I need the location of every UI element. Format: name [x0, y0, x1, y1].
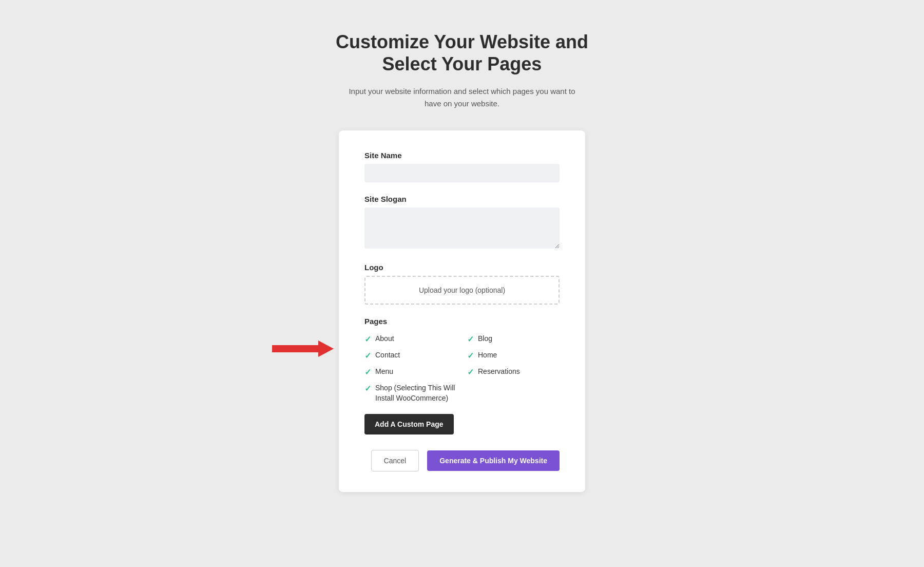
- svg-marker-1: [318, 341, 334, 357]
- logo-label: Logo: [364, 263, 560, 272]
- check-icon-contact: ✓: [364, 351, 371, 361]
- page-label-shop: Shop (Selecting This Will Install WooCom…: [375, 383, 457, 403]
- page-item-reservations[interactable]: ✓ Reservations: [467, 367, 560, 377]
- page-label-reservations: Reservations: [478, 367, 520, 377]
- pages-label: Pages: [364, 317, 560, 326]
- site-slogan-label: Site Slogan: [364, 195, 560, 203]
- site-slogan-input[interactable]: [364, 207, 560, 249]
- check-icon-about: ✓: [364, 334, 371, 344]
- page-item-menu[interactable]: ✓ Menu: [364, 367, 457, 377]
- logo-upload-area[interactable]: Upload your logo (optional): [364, 276, 560, 305]
- logo-field-group: Logo Upload your logo (optional): [364, 263, 560, 305]
- site-name-field-group: Site Name: [364, 151, 560, 182]
- form-actions: Cancel Generate & Publish My Website: [364, 450, 560, 471]
- page-label-about: About: [375, 334, 394, 344]
- page-item-shop[interactable]: ✓ Shop (Selecting This Will Install WooC…: [364, 383, 457, 403]
- page-label-contact: Contact: [375, 350, 400, 361]
- page-subtitle: Input your website information and selec…: [344, 85, 580, 110]
- page-item-contact[interactable]: ✓ Contact: [364, 350, 457, 361]
- site-slogan-field-group: Site Slogan: [364, 195, 560, 251]
- pages-section: Pages ✓ About ✓ Blog ✓ Contact ✓ Home ✓: [364, 317, 560, 449]
- check-icon-shop: ✓: [364, 384, 371, 393]
- check-icon-reservations: ✓: [467, 367, 474, 377]
- publish-button[interactable]: Generate & Publish My Website: [427, 450, 560, 471]
- arrow-annotation: [272, 338, 334, 359]
- site-name-input[interactable]: [364, 164, 560, 182]
- page-item-home[interactable]: ✓ Home: [467, 350, 560, 361]
- pages-grid: ✓ About ✓ Blog ✓ Contact ✓ Home ✓ Menu ✓: [364, 334, 560, 403]
- page-title: Customize Your Website and Select Your P…: [336, 31, 588, 75]
- form-card: Site Name Site Slogan Logo Upload your l…: [339, 130, 585, 492]
- page-label-blog: Blog: [478, 334, 492, 344]
- check-icon-menu: ✓: [364, 367, 371, 377]
- page-item-about[interactable]: ✓ About: [364, 334, 457, 344]
- page-label-menu: Menu: [375, 367, 393, 377]
- site-name-label: Site Name: [364, 151, 560, 160]
- page-label-home: Home: [478, 350, 497, 361]
- add-custom-page-button[interactable]: Add A Custom Page: [364, 414, 454, 434]
- check-icon-home: ✓: [467, 351, 474, 361]
- cancel-button[interactable]: Cancel: [371, 450, 419, 471]
- page-item-blog[interactable]: ✓ Blog: [467, 334, 560, 344]
- check-icon-blog: ✓: [467, 334, 474, 344]
